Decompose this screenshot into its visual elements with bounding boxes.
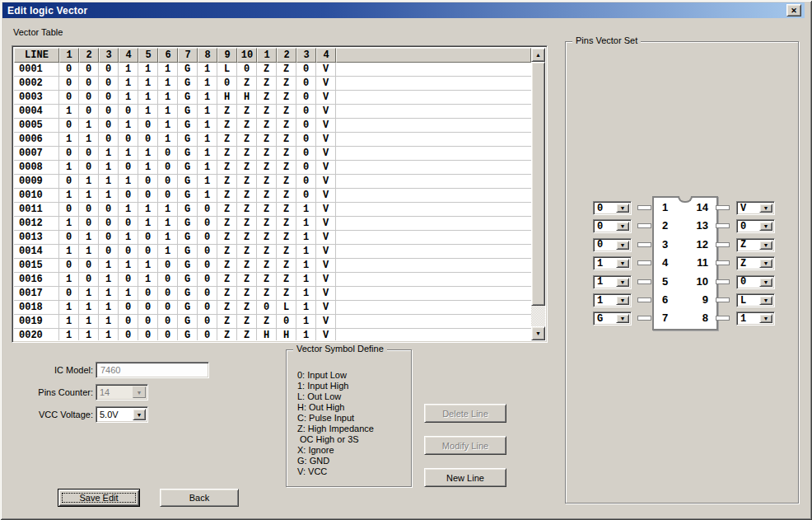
back-button[interactable]: Back — [160, 489, 239, 507]
pin-dropdown-icon[interactable]: ▼ — [616, 296, 629, 305]
save-edit-button[interactable]: Save Edit — [58, 489, 140, 507]
vector-value-cell: 0 — [158, 301, 178, 314]
column-header[interactable]: 3 — [99, 48, 119, 63]
pin-left-combobox[interactable]: 1▼ — [593, 293, 632, 307]
table-row[interactable]: 0006110001G1ZZZZ0V — [14, 133, 531, 147]
table-row[interactable]: 0020111000G0ZZHH1V — [14, 329, 531, 340]
pin-dropdown-icon[interactable]: ▼ — [616, 241, 629, 250]
table-row[interactable]: 0007001110G1ZZZZ0V — [14, 147, 531, 161]
column-header[interactable]: 4 — [316, 48, 336, 63]
column-header[interactable]: 4 — [119, 48, 138, 63]
table-row[interactable]: 0003000111G1HHZZ0V — [14, 91, 531, 105]
column-header[interactable]: 10 — [237, 48, 257, 63]
pin-right-combobox[interactable]: Z▼ — [736, 256, 775, 270]
column-header[interactable]: LINE — [14, 48, 59, 63]
new-line-button[interactable]: New Line — [424, 468, 506, 487]
vector-value-cell: 1 — [119, 287, 138, 300]
vector-value-cell: 0 — [198, 315, 217, 328]
vector-value-cell: 0 — [138, 189, 158, 202]
column-header[interactable]: 1 — [257, 48, 277, 63]
pin-left-combobox[interactable]: 1▼ — [593, 256, 632, 270]
vector-value-cell: G — [178, 203, 198, 216]
pin-right-combobox[interactable]: 0▼ — [736, 275, 775, 289]
pin-stub-right — [716, 297, 730, 302]
vector-value-cell: Z — [237, 245, 257, 258]
table-row[interactable]: 0002000111G10ZZZ0V — [14, 77, 531, 91]
pins-counter-value: 14 — [100, 386, 132, 398]
pin-dropdown-icon[interactable]: ▼ — [616, 278, 629, 287]
column-header[interactable]: 2 — [79, 48, 99, 63]
vector-value-cell: Z — [277, 189, 296, 202]
column-header[interactable]: 5 — [138, 48, 158, 63]
vcc-voltage-dropdown-icon[interactable]: ▼ — [133, 409, 146, 420]
pin-dropdown-icon[interactable]: ▼ — [616, 204, 629, 213]
table-row[interactable]: 0011000111G0ZZZZ1V — [14, 203, 531, 217]
vector-value-cell: Z — [277, 147, 296, 160]
table-row[interactable]: 0013010101G0ZZZZ1V — [14, 231, 531, 245]
pin-dropdown-icon[interactable]: ▼ — [759, 314, 772, 323]
column-header[interactable]: 8 — [198, 48, 217, 63]
vector-value-cell: 0 — [138, 329, 158, 340]
vertical-scrollbar[interactable]: ▲ ▼ — [531, 48, 545, 340]
up-arrow-icon: ▲ — [535, 52, 541, 58]
vector-value-cell: Z — [237, 287, 257, 300]
table-row[interactable]: 0009011100G1ZZZZ0V — [14, 175, 531, 189]
pin-number-right: 12 — [697, 236, 708, 254]
table-row[interactable]: 0018111000G0ZZ0L1V — [14, 301, 531, 315]
column-header[interactable]: 9 — [217, 48, 237, 63]
vector-value-cell: G — [178, 63, 198, 76]
pin-dropdown-icon[interactable]: ▼ — [759, 241, 772, 250]
pin-left-combobox[interactable]: 0▼ — [593, 219, 632, 233]
pin-right-combobox[interactable]: 0▼ — [736, 219, 775, 233]
pin-left-combobox[interactable]: 0▼ — [593, 201, 632, 215]
close-button[interactable]: ✕ — [786, 4, 801, 16]
column-header[interactable]: 1 — [59, 48, 79, 63]
pin-left-combobox[interactable]: 0▼ — [593, 238, 632, 252]
table-row[interactable]: 0010111000G1ZZZZ0V — [14, 189, 531, 203]
table-row[interactable]: 0004100011G1ZZZZ0V — [14, 105, 531, 119]
vector-value-cell: 1 — [79, 245, 99, 258]
pin-right-combobox[interactable]: 1▼ — [736, 312, 775, 326]
pin-right-combobox[interactable]: V▼ — [736, 201, 775, 215]
pin-dropdown-icon[interactable]: ▼ — [759, 259, 772, 268]
vector-value-cell: Z — [257, 231, 277, 244]
vector-value-cell: 1 — [59, 189, 79, 202]
column-header[interactable]: 6 — [158, 48, 178, 63]
table-row[interactable]: 0017011100G0ZZZZ1V — [14, 287, 531, 301]
table-row[interactable]: 0016101010G0ZZZZ1V — [14, 273, 531, 287]
scroll-down-button[interactable]: ▼ — [531, 326, 545, 340]
pin-dropdown-icon[interactable]: ▼ — [759, 278, 772, 287]
vector-value-cell: G — [178, 245, 198, 258]
pin-dropdown-icon[interactable]: ▼ — [616, 259, 629, 268]
vector-value-cell: V — [316, 119, 336, 132]
table-body[interactable]: 0001000111G1L0ZZ0V0002000111G10ZZZ0V0003… — [14, 63, 531, 340]
table-row[interactable]: 0015001110G0ZZZZ1V — [14, 259, 531, 273]
pin-left-combobox[interactable]: 1▼ — [593, 275, 632, 289]
vector-value-cell: 1 — [138, 273, 158, 286]
row-filler-cell — [336, 315, 531, 328]
table-row[interactable]: 0012100011G0ZZZZ1V — [14, 217, 531, 231]
pin-dropdown-icon[interactable]: ▼ — [759, 204, 772, 213]
table-row[interactable]: 0008101010G1ZZZZ0V — [14, 161, 531, 175]
column-header[interactable]: 2 — [277, 48, 296, 63]
table-row[interactable]: 0019111000G0ZZZ01V — [14, 315, 531, 329]
vector-value-cell: 1 — [119, 63, 138, 76]
column-header[interactable]: 3 — [296, 48, 316, 63]
table-row[interactable]: 0001000111G1L0ZZ0V — [14, 63, 531, 77]
pin-dropdown-icon[interactable]: ▼ — [759, 222, 772, 231]
pin-dropdown-icon[interactable]: ▼ — [616, 314, 629, 323]
table-row[interactable]: 0014110001G0ZZZZ1V — [14, 245, 531, 259]
ic-model-value: 7460 — [100, 365, 120, 375]
pin-dropdown-icon[interactable]: ▼ — [759, 296, 772, 305]
scrollbar-thumb[interactable] — [531, 62, 545, 306]
pin-left-combobox[interactable]: G▼ — [593, 312, 632, 326]
vcc-voltage-combobox[interactable]: 5.0V ▼ — [96, 406, 148, 423]
vector-value-cell: G — [178, 133, 198, 146]
pin-right-combobox[interactable]: Z▼ — [736, 238, 775, 252]
pin-value: G — [597, 314, 615, 323]
scroll-up-button[interactable]: ▲ — [531, 48, 545, 62]
table-row[interactable]: 0005010101G1ZZZZ0V — [14, 119, 531, 133]
pin-right-combobox[interactable]: L▼ — [736, 293, 775, 307]
column-header[interactable]: 7 — [178, 48, 198, 63]
pin-dropdown-icon[interactable]: ▼ — [616, 222, 629, 231]
